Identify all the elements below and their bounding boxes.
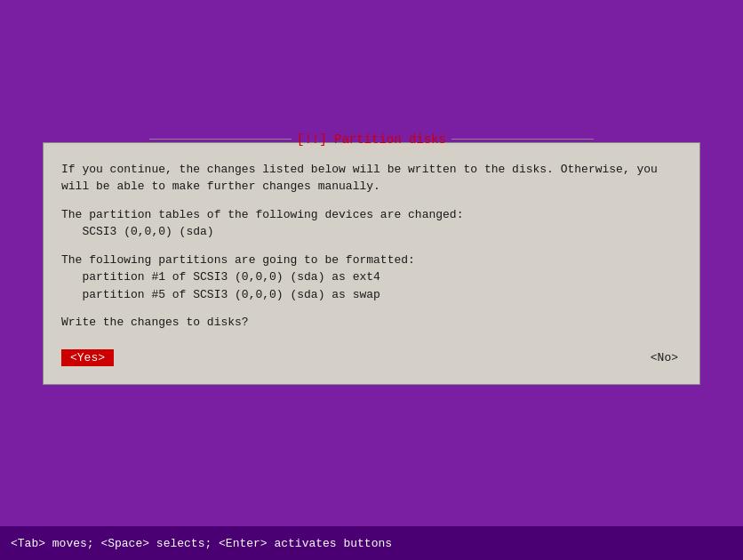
dialog-box: [!!] Partition disks If you continue, th… <box>43 142 700 385</box>
partition1: partition #1 of SCSI3 (0,0,0) (sda) as e… <box>82 270 379 284</box>
status-bar: <Tab> moves; <Space> selects; <Enter> ac… <box>0 526 743 560</box>
yes-button[interactable]: <Yes> <box>61 349 114 366</box>
dialog-title-bar: [!!] Partition disks <box>149 132 594 147</box>
status-text: <Tab> moves; <Space> selects; <Enter> ac… <box>11 537 392 550</box>
title-line-left <box>149 139 292 140</box>
no-button[interactable]: <No> <box>647 349 682 366</box>
dialog-buttons: <Yes> <No> <box>61 349 682 366</box>
title-line-right <box>451 139 594 140</box>
main-area: [!!] Partition disks If you continue, th… <box>0 0 743 526</box>
formatting-label: The following partitions are going to be… <box>61 252 682 304</box>
write-question: Write the changes to disks? <box>61 314 682 332</box>
partition2: partition #5 of SCSI3 (0,0,0) (sda) as s… <box>82 288 379 301</box>
device1: SCSI3 (0,0,0) (sda) <box>82 225 213 238</box>
dialog-content: If you continue, the changes listed belo… <box>61 161 682 332</box>
dialog-title: [!!] Partition disks <box>297 132 446 147</box>
intro-text: If you continue, the changes listed belo… <box>61 161 682 196</box>
partition-tables-label: The partition tables of the following de… <box>61 206 682 241</box>
